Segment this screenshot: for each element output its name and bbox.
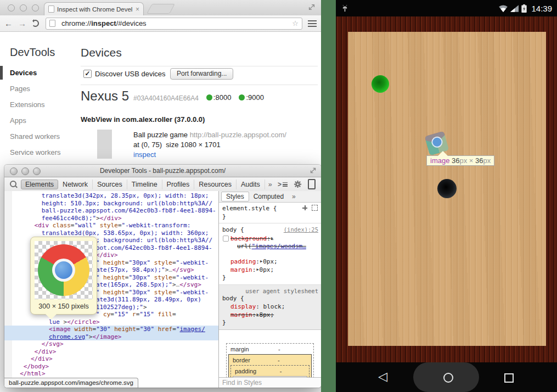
webview-info: Ball puzzle game http://ball-puzzle.apps… — [133, 130, 286, 160]
tab-overflow-chevron[interactable]: » — [265, 181, 275, 188]
code-line[interactable]: <image width="30" height="30" href="imag… — [4, 326, 218, 333]
devtools-titlebar[interactable]: Developer Tools - ball-puzzle.appspot.co… — [4, 165, 321, 177]
code-line[interactable]: </div> — [4, 348, 218, 356]
sidebar-item-apps[interactable]: Apps — [0, 113, 80, 128]
window-expand-icon[interactable] — [308, 3, 316, 11]
new-style-rule-icon[interactable] — [302, 205, 307, 210]
tab-close-icon[interactable]: × — [136, 5, 139, 13]
home-nav-button[interactable] — [443, 373, 453, 383]
port-forward-entry: :9000 — [239, 93, 264, 102]
style-property[interactable]: margin:▶0px; — [230, 266, 318, 274]
bookmark-star-icon[interactable]: ☆ — [292, 19, 299, 27]
search-icon[interactable] — [10, 181, 16, 187]
styles-scroll-area[interactable]: element.style { } body { (index):25 — [219, 203, 321, 377]
zoom-window-button[interactable] — [33, 167, 41, 175]
tab-styles[interactable]: Styles — [221, 192, 249, 201]
console-drawer-icon[interactable]: > — [278, 181, 288, 188]
code-line[interactable]: </body> — [4, 363, 218, 371]
rule-close: } — [222, 274, 318, 282]
sidebar-item-service-workers[interactable]: Service workers — [0, 144, 80, 160]
code-line[interactable]: ball-puzzle.appspot.com/642ec0b3-fb8f-4e… — [4, 207, 218, 215]
padding-box[interactable]: padding- 360 × 0 — [230, 365, 310, 378]
code-line[interactable]: </div> — [4, 355, 218, 363]
window-expand-icon[interactable] — [310, 167, 317, 174]
devtools-tab-profiles[interactable]: Profiles — [162, 180, 195, 189]
zoom-window-button[interactable] — [32, 4, 39, 12]
find-in-styles-row — [219, 377, 321, 388]
sidebar-item-pages[interactable]: Pages — [0, 81, 80, 97]
green-ball[interactable] — [372, 75, 389, 93]
ua-rule-section: user agent stylesheet body { display: bl… — [219, 285, 321, 330]
back-button[interactable]: ← — [4, 19, 13, 28]
device-toolbar-icon[interactable] — [308, 179, 316, 189]
device-name: Nexus 5 — [81, 88, 129, 104]
tab-computed[interactable]: Computed — [249, 192, 288, 201]
minimize-window-button[interactable] — [20, 4, 27, 12]
style-property[interactable]: url("images/woodsm… — [230, 243, 318, 251]
devtools-tab-sources[interactable]: Sources — [93, 180, 127, 189]
devtools-tab-audits[interactable]: Audits — [237, 180, 265, 189]
url-bar[interactable]: chrome://inspect/#devices ☆ — [46, 18, 302, 30]
sidebar-items: DevicesPagesExtensionsAppsShared workers… — [0, 65, 80, 160]
browser-tab[interactable]: Inspect with Chrome Devel × — [44, 2, 144, 15]
reload-button[interactable] — [32, 20, 39, 27]
window-controls — [8, 4, 44, 12]
code-line[interactable]: <div class="wall" style="-webkit-transfo… — [4, 222, 218, 229]
divider — [81, 85, 318, 85]
code-line[interactable]: height: 510.3px; background: url(blob:ht… — [4, 200, 218, 208]
code-line[interactable]: </svg> — [4, 340, 218, 348]
styles-overflow-chevron[interactable]: » — [288, 193, 300, 200]
status-icons: 14:39 — [499, 4, 552, 13]
settings-gear-icon[interactable] — [294, 180, 302, 188]
style-property[interactable]: background:▶ — [230, 234, 318, 243]
code-line[interactable]: chrome.svg"></image> — [4, 333, 218, 341]
sidebar-item-devices[interactable]: Devices — [0, 65, 80, 81]
port-forwarding-button[interactable]: Port forwarding... — [170, 68, 233, 80]
border-box[interactable]: border- padding- 360 × 0 — [228, 354, 312, 378]
style-property[interactable]: margin:▶8px; — [230, 311, 318, 319]
code-line[interactable]: translate3d(0px, 538.65px, 0px); width: … — [4, 229, 218, 237]
devtools-tab-timeline[interactable]: Timeline — [127, 180, 162, 189]
rule-source-link[interactable]: (index):25 — [284, 226, 318, 234]
sidebar-item-shared-workers[interactable]: Shared workers — [0, 128, 80, 144]
game-scene: image 36px × 36px — [336, 16, 557, 362]
devtools-tab-elements[interactable]: Elements — [21, 180, 58, 189]
new-tab-button[interactable] — [147, 4, 175, 14]
close-window-button[interactable] — [10, 167, 18, 175]
divider — [81, 66, 318, 66]
chrome-menu-icon[interactable] — [308, 20, 317, 27]
devtools-tab-resources[interactable]: Resources — [194, 180, 237, 189]
devtools-window-controls — [10, 167, 44, 175]
forward-button[interactable]: → — [18, 19, 26, 28]
sidebar-item-extensions[interactable]: Extensions — [0, 97, 80, 113]
code-line[interactable]: </html> — [4, 370, 218, 378]
property-checkbox[interactable] — [223, 236, 229, 242]
code-line[interactable]: translate3d(342px, 28.35px, 0px); width:… — [4, 192, 218, 200]
clock: 14:39 — [531, 4, 552, 13]
devtools-sidebar-title: DevTools — [10, 46, 55, 59]
toolbar-right-icons: > — [278, 179, 318, 189]
page-title: Devices — [81, 46, 122, 59]
recents-nav-button[interactable] — [504, 373, 514, 383]
discover-usb-label: Discover USB devices — [95, 70, 166, 78]
inspect-link[interactable]: inspect — [133, 150, 156, 159]
back-nav-button[interactable]: ◁ — [378, 369, 387, 384]
devtools-tab-network[interactable]: Network — [58, 180, 93, 189]
margin-box[interactable]: margin- border- padding- 360 × 0 — [226, 343, 314, 378]
discover-usb-checkbox[interactable]: ✓ — [83, 70, 92, 78]
minimize-window-button[interactable] — [21, 167, 29, 175]
target-title: Ball puzzle game — [133, 131, 188, 139]
element-highlight-tooltip: image 36px × 36px — [426, 155, 494, 166]
find-in-styles-input[interactable] — [219, 379, 321, 387]
dark-ball[interactable] — [437, 179, 457, 198]
inspect-element-icon[interactable] — [312, 205, 318, 211]
code-line[interactable]: fee461cc40c8);"></div> — [4, 215, 218, 222]
close-window-button[interactable] — [8, 4, 15, 12]
port-status-dot — [239, 94, 245, 100]
style-property[interactable]: display: block; — [230, 303, 318, 311]
devtools-content: translate3d(342px, 28.35px, 0px); width:… — [4, 191, 321, 388]
style-property[interactable]: padding:▶0px; — [230, 257, 318, 266]
android-nav-bar: ◁ — [336, 362, 557, 392]
device-screencast: 14:39 image 36px × 36px ◁ — [336, 0, 557, 392]
code-line[interactable]: lue ></circle> — [4, 318, 218, 326]
